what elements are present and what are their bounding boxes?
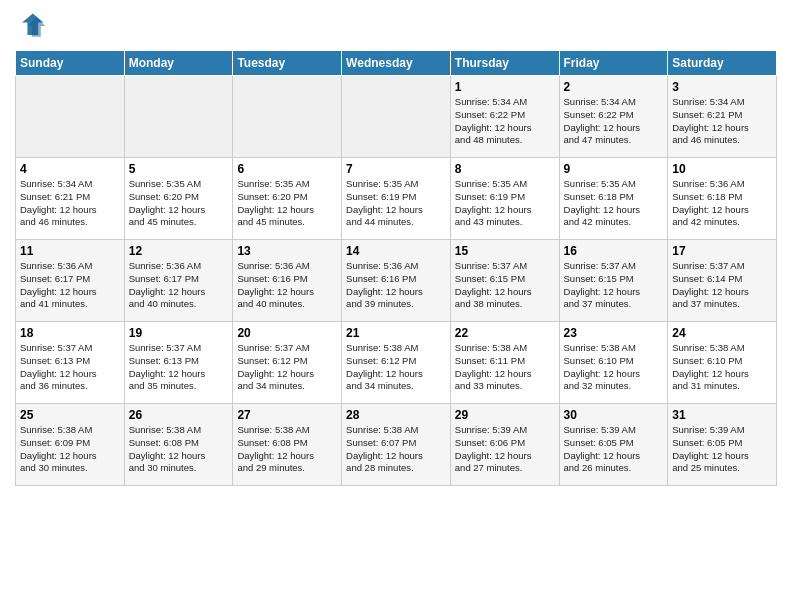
calendar-week-3: 11Sunrise: 5:36 AM Sunset: 6:17 PM Dayli… (16, 240, 777, 322)
calendar-cell: 4Sunrise: 5:34 AM Sunset: 6:21 PM Daylig… (16, 158, 125, 240)
calendar-cell: 15Sunrise: 5:37 AM Sunset: 6:15 PM Dayli… (450, 240, 559, 322)
day-of-week-monday: Monday (124, 51, 233, 76)
calendar-cell (124, 76, 233, 158)
calendar-week-2: 4Sunrise: 5:34 AM Sunset: 6:21 PM Daylig… (16, 158, 777, 240)
calendar-cell: 16Sunrise: 5:37 AM Sunset: 6:15 PM Dayli… (559, 240, 668, 322)
calendar-cell: 3Sunrise: 5:34 AM Sunset: 6:21 PM Daylig… (668, 76, 777, 158)
day-number: 3 (672, 80, 772, 94)
day-info: Sunrise: 5:39 AM Sunset: 6:05 PM Dayligh… (672, 424, 772, 475)
calendar-cell: 14Sunrise: 5:36 AM Sunset: 6:16 PM Dayli… (342, 240, 451, 322)
day-info: Sunrise: 5:35 AM Sunset: 6:18 PM Dayligh… (564, 178, 664, 229)
calendar-cell (16, 76, 125, 158)
day-number: 16 (564, 244, 664, 258)
day-number: 30 (564, 408, 664, 422)
day-number: 24 (672, 326, 772, 340)
day-info: Sunrise: 5:36 AM Sunset: 6:16 PM Dayligh… (346, 260, 446, 311)
calendar-header-row: SundayMondayTuesdayWednesdayThursdayFrid… (16, 51, 777, 76)
calendar-cell: 28Sunrise: 5:38 AM Sunset: 6:07 PM Dayli… (342, 404, 451, 486)
day-info: Sunrise: 5:38 AM Sunset: 6:08 PM Dayligh… (237, 424, 337, 475)
day-number: 1 (455, 80, 555, 94)
calendar-cell (342, 76, 451, 158)
logo (15, 10, 51, 42)
day-number: 13 (237, 244, 337, 258)
day-number: 7 (346, 162, 446, 176)
page-container: SundayMondayTuesdayWednesdayThursdayFrid… (0, 0, 792, 496)
day-info: Sunrise: 5:36 AM Sunset: 6:16 PM Dayligh… (237, 260, 337, 311)
day-info: Sunrise: 5:36 AM Sunset: 6:17 PM Dayligh… (129, 260, 229, 311)
day-info: Sunrise: 5:39 AM Sunset: 6:06 PM Dayligh… (455, 424, 555, 475)
day-number: 6 (237, 162, 337, 176)
day-of-week-thursday: Thursday (450, 51, 559, 76)
day-info: Sunrise: 5:34 AM Sunset: 6:21 PM Dayligh… (20, 178, 120, 229)
calendar-cell: 24Sunrise: 5:38 AM Sunset: 6:10 PM Dayli… (668, 322, 777, 404)
day-number: 20 (237, 326, 337, 340)
day-number: 17 (672, 244, 772, 258)
day-number: 11 (20, 244, 120, 258)
calendar-cell: 12Sunrise: 5:36 AM Sunset: 6:17 PM Dayli… (124, 240, 233, 322)
day-of-week-wednesday: Wednesday (342, 51, 451, 76)
calendar-cell: 23Sunrise: 5:38 AM Sunset: 6:10 PM Dayli… (559, 322, 668, 404)
day-info: Sunrise: 5:34 AM Sunset: 6:22 PM Dayligh… (455, 96, 555, 147)
day-info: Sunrise: 5:36 AM Sunset: 6:17 PM Dayligh… (20, 260, 120, 311)
calendar-week-5: 25Sunrise: 5:38 AM Sunset: 6:09 PM Dayli… (16, 404, 777, 486)
day-number: 12 (129, 244, 229, 258)
calendar-cell: 11Sunrise: 5:36 AM Sunset: 6:17 PM Dayli… (16, 240, 125, 322)
day-number: 2 (564, 80, 664, 94)
calendar-cell: 7Sunrise: 5:35 AM Sunset: 6:19 PM Daylig… (342, 158, 451, 240)
day-info: Sunrise: 5:37 AM Sunset: 6:13 PM Dayligh… (20, 342, 120, 393)
day-number: 26 (129, 408, 229, 422)
calendar-cell: 13Sunrise: 5:36 AM Sunset: 6:16 PM Dayli… (233, 240, 342, 322)
day-number: 15 (455, 244, 555, 258)
day-info: Sunrise: 5:35 AM Sunset: 6:20 PM Dayligh… (129, 178, 229, 229)
day-info: Sunrise: 5:39 AM Sunset: 6:05 PM Dayligh… (564, 424, 664, 475)
day-info: Sunrise: 5:38 AM Sunset: 6:10 PM Dayligh… (672, 342, 772, 393)
calendar-cell: 2Sunrise: 5:34 AM Sunset: 6:22 PM Daylig… (559, 76, 668, 158)
calendar-cell: 30Sunrise: 5:39 AM Sunset: 6:05 PM Dayli… (559, 404, 668, 486)
day-number: 18 (20, 326, 120, 340)
day-number: 21 (346, 326, 446, 340)
day-number: 10 (672, 162, 772, 176)
calendar-week-4: 18Sunrise: 5:37 AM Sunset: 6:13 PM Dayli… (16, 322, 777, 404)
calendar-cell: 17Sunrise: 5:37 AM Sunset: 6:14 PM Dayli… (668, 240, 777, 322)
calendar-cell: 6Sunrise: 5:35 AM Sunset: 6:20 PM Daylig… (233, 158, 342, 240)
day-info: Sunrise: 5:35 AM Sunset: 6:20 PM Dayligh… (237, 178, 337, 229)
calendar-cell: 29Sunrise: 5:39 AM Sunset: 6:06 PM Dayli… (450, 404, 559, 486)
calendar-cell: 25Sunrise: 5:38 AM Sunset: 6:09 PM Dayli… (16, 404, 125, 486)
calendar-cell: 18Sunrise: 5:37 AM Sunset: 6:13 PM Dayli… (16, 322, 125, 404)
calendar-week-1: 1Sunrise: 5:34 AM Sunset: 6:22 PM Daylig… (16, 76, 777, 158)
day-of-week-sunday: Sunday (16, 51, 125, 76)
day-number: 22 (455, 326, 555, 340)
day-number: 4 (20, 162, 120, 176)
day-of-week-friday: Friday (559, 51, 668, 76)
day-info: Sunrise: 5:38 AM Sunset: 6:07 PM Dayligh… (346, 424, 446, 475)
day-number: 8 (455, 162, 555, 176)
calendar-cell: 19Sunrise: 5:37 AM Sunset: 6:13 PM Dayli… (124, 322, 233, 404)
day-info: Sunrise: 5:38 AM Sunset: 6:09 PM Dayligh… (20, 424, 120, 475)
calendar-cell: 21Sunrise: 5:38 AM Sunset: 6:12 PM Dayli… (342, 322, 451, 404)
calendar-cell: 1Sunrise: 5:34 AM Sunset: 6:22 PM Daylig… (450, 76, 559, 158)
calendar-cell: 10Sunrise: 5:36 AM Sunset: 6:18 PM Dayli… (668, 158, 777, 240)
day-number: 23 (564, 326, 664, 340)
day-number: 9 (564, 162, 664, 176)
day-info: Sunrise: 5:37 AM Sunset: 6:15 PM Dayligh… (564, 260, 664, 311)
day-info: Sunrise: 5:37 AM Sunset: 6:12 PM Dayligh… (237, 342, 337, 393)
page-header (15, 10, 777, 42)
day-info: Sunrise: 5:38 AM Sunset: 6:12 PM Dayligh… (346, 342, 446, 393)
day-number: 14 (346, 244, 446, 258)
day-info: Sunrise: 5:35 AM Sunset: 6:19 PM Dayligh… (455, 178, 555, 229)
day-info: Sunrise: 5:35 AM Sunset: 6:19 PM Dayligh… (346, 178, 446, 229)
day-info: Sunrise: 5:38 AM Sunset: 6:11 PM Dayligh… (455, 342, 555, 393)
day-info: Sunrise: 5:34 AM Sunset: 6:21 PM Dayligh… (672, 96, 772, 147)
logo-icon (15, 10, 47, 42)
calendar-cell: 27Sunrise: 5:38 AM Sunset: 6:08 PM Dayli… (233, 404, 342, 486)
day-number: 19 (129, 326, 229, 340)
day-of-week-saturday: Saturday (668, 51, 777, 76)
calendar-cell: 20Sunrise: 5:37 AM Sunset: 6:12 PM Dayli… (233, 322, 342, 404)
day-number: 29 (455, 408, 555, 422)
day-number: 27 (237, 408, 337, 422)
calendar-cell: 31Sunrise: 5:39 AM Sunset: 6:05 PM Dayli… (668, 404, 777, 486)
calendar-cell: 22Sunrise: 5:38 AM Sunset: 6:11 PM Dayli… (450, 322, 559, 404)
calendar-cell (233, 76, 342, 158)
day-info: Sunrise: 5:34 AM Sunset: 6:22 PM Dayligh… (564, 96, 664, 147)
day-info: Sunrise: 5:36 AM Sunset: 6:18 PM Dayligh… (672, 178, 772, 229)
